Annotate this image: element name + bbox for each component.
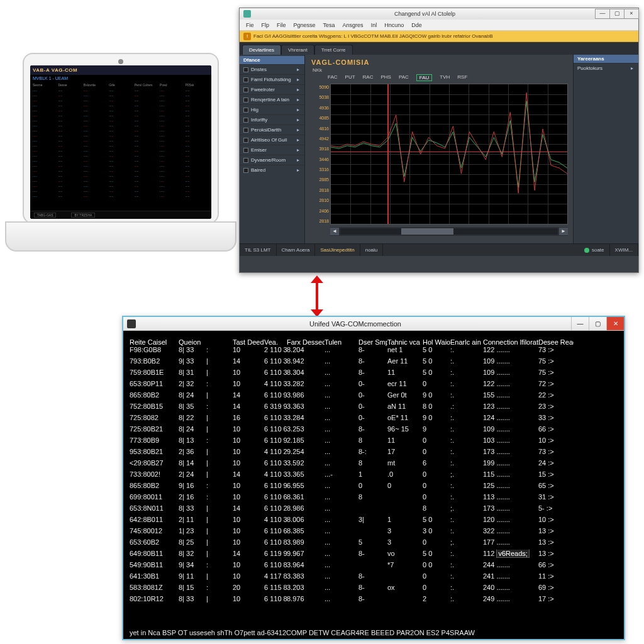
console-body[interactable]: Reite CaiselQueionTast DeedVea.Farx Dess…	[123, 331, 624, 639]
scroll-track[interactable]	[340, 228, 558, 235]
webcam-icon	[118, 59, 123, 64]
maximize-button[interactable]: ▢	[609, 9, 625, 19]
tab[interactable]: Vhrerant	[281, 45, 314, 55]
status-bar: TIL S3 LMT Charn Aoera SasiJinepedtitn n…	[240, 243, 638, 256]
sidebar-item[interactable]: PeroksiDartth▸	[240, 125, 304, 135]
table-row: 745:800121| 23|106 110 68.385...33 0:.32…	[130, 527, 619, 538]
close-button[interactable]: ×	[624, 9, 639, 19]
lap-foot-left: TABG-GAS	[34, 213, 56, 218]
table-row: 752:80B158| 35:146 319 93.363...0-aN 118…	[130, 402, 619, 414]
chevron-right-icon: ▸	[631, 65, 636, 71]
sidebar-item[interactable]: Airitliseo Of Gull▸	[240, 135, 304, 145]
series-tab[interactable]: TVH	[440, 74, 450, 81]
menu-item[interactable]: Flp	[259, 22, 272, 28]
diagnostic-window: Changend vAl Al Ctolelp — ▢ × FieFlpFile…	[239, 8, 639, 273]
lap-subtitle: MVBLK 1 - UEAM	[30, 75, 211, 82]
sidebar-item[interactable]: Dnstes▸	[240, 64, 304, 74]
sidebar-item[interactable]: Dyvaene/Room▸	[240, 155, 304, 165]
tab[interactable]: Devlartines	[242, 45, 281, 55]
sidebar-item[interactable]: Fweelroter▸	[240, 84, 304, 94]
table-row: 725:80B218| 24|106 110 63.253...8-96~ 15…	[130, 425, 619, 436]
chevron-right-icon: ▸	[297, 117, 302, 123]
table-row: 865:80B28| 24|146 110 93.986...0-Ger 0t9…	[130, 391, 619, 402]
chart-area[interactable]	[330, 84, 568, 225]
menu-item[interactable]: Hncuno	[382, 22, 406, 28]
series-tab[interactable]: PUT	[345, 74, 355, 81]
bullet-icon	[243, 87, 248, 92]
table-row: 549:90B119| 34:106 110 83.964...*70 0:.2…	[130, 561, 619, 572]
lap-title: VAB-A VAG-COM	[30, 65, 211, 75]
bullet-icon	[243, 67, 248, 72]
table-row: 802:10R128| 33|106 110 88.976...8- 2:.24…	[130, 595, 619, 606]
console-window: Unifed VAG-COMcmomection — ▢ ✕ Reite Cai…	[122, 316, 625, 640]
series-tab[interactable]: FAC	[328, 74, 338, 81]
table-row: 642:8B0112| 11|104 110 38.006...3|15 0:.…	[130, 516, 619, 527]
status-c[interactable]: noalu	[360, 244, 384, 256]
console-close-button[interactable]: ✕	[606, 317, 624, 330]
series-tab[interactable]: PHS	[380, 74, 391, 81]
bullet-icon	[243, 77, 248, 82]
status-b[interactable]: SasiJinepedtitn	[315, 244, 360, 256]
series-tab[interactable]: PAC	[399, 74, 409, 81]
right-panel-item[interactable]: Puoktokurs ▸	[574, 63, 638, 73]
titlebar[interactable]: Changend vAl Al Ctolelp — ▢ ×	[240, 8, 638, 19]
table-row: 653:8N0118| 33|146 110 28.986... 8;.173 …	[130, 504, 619, 516]
console-title: Unifed VAG-COMcmomection	[140, 320, 571, 328]
console-minimize-button[interactable]: —	[571, 317, 589, 330]
status-conn[interactable]: soate	[579, 244, 610, 256]
horizontal-scrollbar[interactable]: ◄ ►	[330, 227, 568, 236]
menu-item[interactable]: Dde	[409, 22, 425, 28]
console-footer: yet in Nca BSP OT usseseh shTh O7pett ad…	[130, 629, 618, 636]
table-row: 793:B0B29| 33|146 110 38.942...8-Aer 115…	[130, 357, 619, 369]
sidebar-item[interactable]: Renqertine A tain▸	[240, 94, 304, 104]
status-right2[interactable]: XWIM...	[610, 244, 638, 256]
sidebar-item[interactable]: Hig▸	[240, 104, 304, 114]
console-titlebar[interactable]: Unifed VAG-COMcmomection — ▢ ✕	[123, 317, 624, 331]
menu-item[interactable]: Pgnesse	[291, 22, 318, 28]
right-item-label: Puoktokurs	[577, 65, 631, 71]
series-tab[interactable]: RAC	[363, 74, 374, 81]
plot-subtitle: NKk	[311, 67, 568, 73]
left-sidebar: Dfance Dnstes▸Farnl Fidtuhstking▸Fweelro…	[240, 55, 305, 243]
warning-banner[interactable]: ! Facl G/I AAGGlsiittier corelta Wlsgpen…	[240, 31, 638, 42]
status-a[interactable]: Charn Aoera	[277, 244, 316, 256]
series-tab[interactable]: FAU	[416, 74, 433, 81]
menu-item[interactable]: Ansgres	[340, 22, 366, 28]
scroll-thumb[interactable]	[401, 228, 453, 235]
menu-item[interactable]: Fie	[243, 22, 257, 28]
menu-item[interactable]: Tesa	[321, 22, 338, 28]
bullet-icon	[243, 158, 248, 163]
laptop-screen: VAB-A VAG-COM MVBLK 1 - UEAM SesmeDesseB…	[30, 65, 211, 219]
table-row: 653:80P112| 32:104 110 33.282...0-ecr 11…	[130, 380, 619, 391]
status-left[interactable]: TIL S3 LMT	[240, 244, 277, 256]
chevron-right-icon: ▸	[297, 107, 302, 113]
y-axis-labels: 5090503849364085481649423918344633162885…	[311, 84, 330, 225]
laptop-mock: VAB-A VAG-COM MVBLK 1 - UEAM SesmeDesseB…	[5, 53, 236, 259]
table-row: <29:80B278| 14|106 110 33.592...8mt 6:.1…	[130, 459, 619, 470]
console-maximize-button[interactable]: ▢	[589, 317, 606, 330]
bidirectional-arrow-icon	[311, 275, 323, 317]
table-row: 583:8081Z8| 15:206 115 83.203...8-ox 0:.…	[130, 584, 619, 595]
menu-item[interactable]: Inl	[369, 22, 380, 28]
lap-column-headers: SesmeDesseBslovriteGtfePersl ColrersPced…	[30, 82, 211, 88]
table-row: 953:80B212| 36|104 110 29.254...8-:17 0:…	[130, 448, 619, 459]
tab[interactable]: Trret Corre	[314, 45, 353, 55]
scroll-left-button[interactable]: ◄	[330, 228, 339, 235]
minimize-button[interactable]: —	[595, 9, 610, 19]
sidebar-item[interactable]: Farnl Fidtuhstking▸	[240, 74, 304, 84]
sidebar-item[interactable]: Baired▸	[240, 165, 304, 175]
scroll-right-button[interactable]: ►	[559, 228, 568, 235]
sidebar-item[interactable]: Inforlfty▸	[240, 114, 304, 125]
table-row: 759:80B1E8| 31|106 110 38.304...8-115 0:…	[130, 369, 619, 380]
sidebar-item[interactable]: Emiser▸	[240, 145, 304, 155]
plot-column-tabs: FACPUTRACPHSPACFAUTVHRSF	[311, 73, 568, 84]
table-row: 733:8002!2| 24|144 110 33.365...- 1.0 0;…	[130, 470, 619, 482]
bullet-icon	[243, 108, 248, 113]
chevron-right-icon: ▸	[297, 147, 302, 153]
series-tab[interactable]: RSF	[457, 74, 467, 81]
bullet-icon	[243, 168, 248, 173]
tab-bar: DevlartinesVhrerantTrret Corre	[240, 42, 638, 55]
chevron-right-icon: ▸	[297, 127, 302, 133]
menu-item[interactable]: File	[274, 22, 289, 28]
right-panel-header: Yareeraans	[574, 55, 638, 63]
